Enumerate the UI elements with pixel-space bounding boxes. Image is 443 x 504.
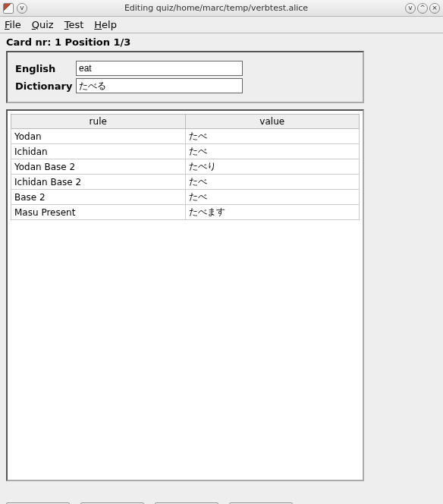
english-input[interactable] — [76, 61, 243, 76]
dictionary-input[interactable] — [76, 78, 243, 93]
titlebar: ⅴ Editing quiz/home/marc/temp/verbtest.a… — [0, 0, 443, 17]
table-row[interactable]: Ichidan Base 2たべ — [11, 175, 360, 190]
app-icon — [3, 3, 14, 14]
column-header-value[interactable]: value — [185, 115, 360, 129]
table-row[interactable]: Yodanたべ — [11, 129, 360, 144]
cell-value[interactable]: たべ — [185, 144, 360, 159]
english-label: English — [15, 63, 71, 74]
content-area: Card nr: 1 Position 1/3 English Dictiona… — [0, 33, 443, 487]
cell-value[interactable]: たべり — [185, 159, 360, 175]
cell-rule[interactable]: Yodan — [11, 129, 186, 144]
cell-rule[interactable]: Ichidan Base 2 — [11, 175, 186, 190]
table-row[interactable]: Yodan Base 2たべり — [11, 159, 360, 175]
menu-file[interactable]: File — [5, 19, 21, 30]
window-menu-icon[interactable]: ⅴ — [17, 3, 27, 14]
menubar: File Quiz Test Help — [0, 17, 443, 33]
minimize-icon[interactable]: ⅴ — [405, 3, 416, 14]
cell-value[interactable]: たべ — [185, 175, 360, 190]
cell-value[interactable]: たべ — [185, 190, 360, 205]
menu-quiz[interactable]: Quiz — [32, 19, 54, 30]
cell-rule[interactable]: Masu Present — [11, 205, 186, 220]
table-row[interactable]: Base 2たべ — [11, 190, 360, 205]
cell-rule[interactable]: Yodan Base 2 — [11, 159, 186, 175]
window-title: Editing quiz/home/marc/temp/verbtest.ali… — [27, 3, 405, 13]
maximize-icon[interactable]: ^ — [417, 3, 428, 14]
column-header-rule[interactable]: rule — [11, 115, 186, 129]
cell-rule[interactable]: Base 2 — [11, 190, 186, 205]
table-row[interactable]: Masu Presentたべます — [11, 205, 360, 220]
menu-test[interactable]: Test — [64, 19, 84, 30]
rules-table: rule value YodanたべIchidanたべYodan Base 2た… — [11, 114, 360, 220]
dictionary-label: Dictionary — [15, 80, 71, 92]
table-row[interactable]: Ichidanたべ — [11, 144, 360, 159]
button-row: Previous Next Create Delete — [0, 487, 443, 504]
card-position-label: Card nr: 1 Position 1/3 — [6, 35, 437, 51]
fields-panel: English Dictionary — [6, 51, 364, 103]
cell-rule[interactable]: Ichidan — [11, 144, 186, 159]
rules-table-panel: rule value YodanたべIchidanたべYodan Base 2た… — [6, 109, 364, 481]
cell-value[interactable]: たべます — [185, 205, 360, 220]
close-icon[interactable]: × — [429, 3, 440, 14]
menu-help[interactable]: Help — [94, 19, 117, 30]
cell-value[interactable]: たべ — [185, 129, 360, 144]
